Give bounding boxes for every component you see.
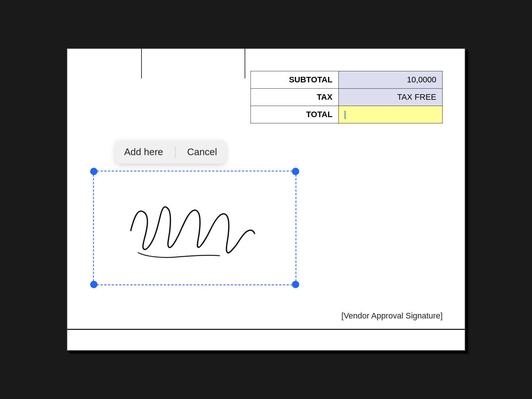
tax-value: TAX FREE bbox=[338, 89, 442, 106]
subtotal-label: SUBTOTAL bbox=[251, 71, 339, 89]
resize-handle-bl[interactable] bbox=[90, 281, 98, 288]
table-row: SUBTOTAL 10,0000 bbox=[251, 71, 443, 89]
bottom-border-line bbox=[67, 329, 465, 330]
resize-handle-tr[interactable] bbox=[292, 168, 299, 175]
tax-label: TAX bbox=[251, 89, 339, 106]
resize-handle-br[interactable] bbox=[292, 281, 299, 288]
menu-divider bbox=[175, 146, 175, 158]
signature-selection-box[interactable] bbox=[93, 171, 296, 285]
resize-handle-tl[interactable] bbox=[90, 168, 98, 175]
table-col-divider-left bbox=[141, 49, 142, 78]
table-col-divider-mid bbox=[245, 49, 245, 78]
signature-svg bbox=[109, 179, 279, 275]
context-menu: Add here Cancel bbox=[115, 140, 226, 164]
summary-table: SUBTOTAL 10,0000 TAX TAX FREE TOTAL bbox=[250, 71, 443, 123]
add-here-button[interactable]: Add here bbox=[121, 145, 166, 159]
document-container: SUBTOTAL 10,0000 TAX TAX FREE TOTAL Add … bbox=[66, 48, 466, 351]
text-cursor bbox=[345, 111, 345, 119]
subtotal-value: 10,0000 bbox=[338, 71, 442, 89]
cancel-button[interactable]: Cancel bbox=[184, 145, 220, 159]
table-row: TOTAL bbox=[251, 106, 443, 123]
table-row: TAX TAX FREE bbox=[251, 89, 443, 106]
total-label: TOTAL bbox=[251, 106, 339, 123]
vendor-approval-label: [Vendor Approval Signature] bbox=[341, 311, 443, 321]
total-value-cell[interactable] bbox=[338, 106, 442, 123]
